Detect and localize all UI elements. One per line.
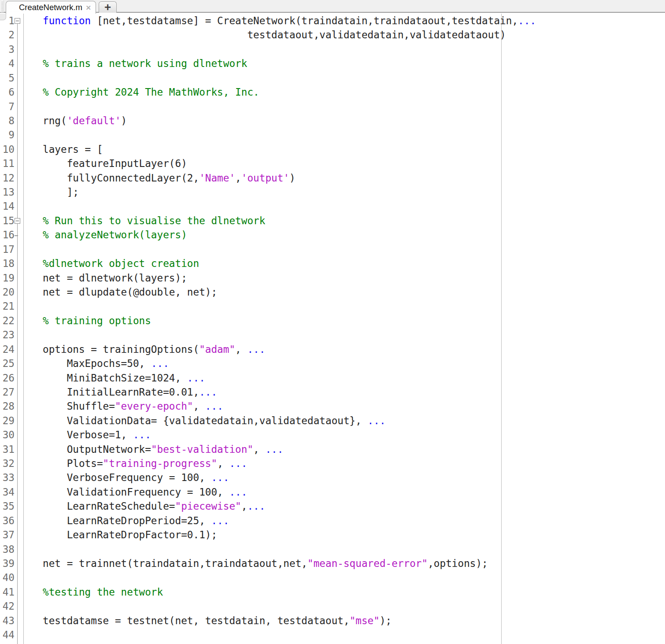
close-tab-icon[interactable]: ✕ [85, 4, 91, 11]
code-line[interactable]: ValidationFrequency = 100, ... [24, 485, 665, 499]
code-editor: 1234567891011121314151617181920212223242… [0, 14, 665, 644]
code-segment: LearnRateSchedule= [43, 500, 175, 512]
code-segment: LearnRateDropFactor=0.1); [43, 529, 217, 540]
window-grip[interactable] [0, 0, 4, 12]
line-number: 44 [0, 628, 15, 642]
line-number: 24 [0, 342, 15, 356]
fold-toggle-icon[interactable] [15, 218, 20, 224]
code-line[interactable]: testdataout,validatedatain,validatedatao… [24, 28, 665, 42]
code-segment: testdatamse = testnet(net, testdatain, t… [43, 615, 350, 626]
code-segment: MaxEpochs=50, [43, 358, 151, 369]
code-segment: MiniBatchSize=1024, [43, 372, 187, 384]
code-line[interactable] [24, 628, 665, 642]
code-line[interactable] [24, 299, 665, 313]
line-number: 29 [0, 414, 15, 428]
code-segment: ... [211, 472, 229, 483]
line-number: 35 [0, 499, 15, 513]
code-line[interactable]: featureInputLayer(6) [24, 156, 665, 170]
code-line[interactable]: LearnRateDropPeriod=25, ... [24, 514, 665, 528]
code-line[interactable]: options = trainingOptions("adam", ... [24, 342, 665, 356]
line-number: 10 [0, 142, 15, 156]
line-number: 33 [0, 470, 15, 485]
code-segment: VerboseFrequency = 100, [43, 472, 211, 483]
line-number: 6 [0, 85, 15, 99]
code-segment: ... [229, 458, 247, 469]
code-segment: options = trainingOptions( [43, 344, 199, 355]
code-segment: , [217, 458, 229, 469]
code-segment: testdataout,validatedatain,validatedatao… [43, 29, 506, 41]
line-number: 31 [0, 442, 15, 456]
line-number: 9 [0, 128, 15, 142]
code-segment: % trains a network using dlnetwork [43, 58, 247, 69]
code-line[interactable]: net = dlupdate(@double, net); [24, 285, 665, 299]
code-line[interactable]: % analyzeNetwork(layers) [24, 228, 665, 242]
code-line[interactable]: Verbose=1, ... [24, 428, 665, 442]
code-line[interactable]: % Run this to visualise the dlnetwork [24, 214, 665, 228]
line-number: 41 [0, 585, 15, 599]
line-number: 3 [0, 42, 15, 56]
code-segment: ... [247, 500, 265, 512]
code-line[interactable]: VerboseFrequency = 100, ... [24, 470, 665, 485]
code-line[interactable]: testdatamse = testnet(net, testdatain, t… [24, 614, 665, 628]
code-segment: "best-validation" [151, 444, 253, 455]
line-number: 11 [0, 156, 15, 170]
code-line[interactable]: %testing the network [24, 585, 665, 599]
code-segment: "mse" [350, 615, 380, 626]
code-segment: fullyConnectedLayer(2, [43, 172, 199, 184]
code-line[interactable]: rng('default') [24, 114, 665, 128]
code-line[interactable] [24, 71, 665, 85]
code-line[interactable]: %dlnetwork object creation [24, 256, 665, 270]
code-segment: featureInputLayer(6) [43, 158, 187, 169]
new-tab-button[interactable]: + [99, 1, 117, 13]
code-line[interactable] [24, 42, 665, 56]
line-number: 2 [0, 28, 15, 42]
code-line[interactable]: % Copyright 2024 The MathWorks, Inc. [24, 85, 665, 99]
code-line[interactable]: fullyConnectedLayer(2,'Name','output') [24, 171, 665, 185]
fold-minus-icon [16, 21, 19, 21]
code-line[interactable]: LearnRateSchedule="piecewise",... [24, 499, 665, 513]
code-line[interactable]: net = trainnet(traindatain,traindataout,… [24, 556, 665, 570]
code-line[interactable]: Plots="training-progress", ... [24, 456, 665, 470]
code-segment: , [193, 400, 205, 412]
code-line[interactable] [24, 542, 665, 556]
code-line[interactable]: ]; [24, 185, 665, 199]
line-number: 43 [0, 614, 15, 628]
line-number: 25 [0, 356, 15, 370]
line-number: 7 [0, 100, 15, 114]
code-line[interactable]: function [net,testdatamse] = CreateNetwo… [24, 14, 665, 28]
code-segment: ... [199, 386, 217, 398]
code-line[interactable] [24, 242, 665, 256]
tab-createnetwork[interactable]: CreateNetwork.m ✕ [6, 1, 96, 14]
code-line[interactable]: OutputNetwork="best-validation", ... [24, 442, 665, 456]
code-line[interactable]: Shuffle="every-epoch", ... [24, 399, 665, 413]
code-segment: ) [289, 172, 296, 184]
line-number: 4 [0, 56, 15, 70]
code-line[interactable]: InitialLearnRate=0.01,... [24, 385, 665, 399]
code-line[interactable]: net = dlnetwork(layers); [24, 271, 665, 285]
code-segment: InitialLearnRate=0.01, [43, 386, 199, 398]
tab-title: CreateNetwork.m [19, 3, 82, 12]
code-line[interactable] [24, 199, 665, 213]
code-segment: OutputNetwork= [43, 444, 151, 455]
line-number: 16 [0, 228, 15, 242]
code-line[interactable]: % trains a network using dlnetwork [24, 56, 665, 70]
code-segment: "piecewise" [175, 500, 241, 512]
code-area[interactable]: function [net,testdatamse] = CreateNetwo… [24, 14, 665, 644]
code-line[interactable] [24, 328, 665, 342]
line-number: 5 [0, 71, 15, 85]
code-line[interactable] [24, 128, 665, 142]
code-line[interactable] [24, 100, 665, 114]
fold-toggle-icon[interactable] [15, 18, 20, 24]
code-line[interactable]: LearnRateDropFactor=0.1); [24, 528, 665, 542]
code-line[interactable]: ValidationData= {validatedatain,validate… [24, 414, 665, 428]
code-line[interactable]: MiniBatchSize=1024, ... [24, 371, 665, 385]
line-number: 8 [0, 114, 15, 128]
code-line[interactable]: layers = [ [24, 142, 665, 156]
line-number: 14 [0, 199, 15, 213]
code-line[interactable] [24, 599, 665, 613]
code-segment: % analyzeNetwork(layers) [43, 229, 187, 241]
code-line[interactable] [24, 570, 665, 585]
code-line[interactable]: MaxEpochs=50, ... [24, 356, 665, 370]
code-segment: function [43, 15, 91, 26]
code-line[interactable]: % training options [24, 314, 665, 328]
